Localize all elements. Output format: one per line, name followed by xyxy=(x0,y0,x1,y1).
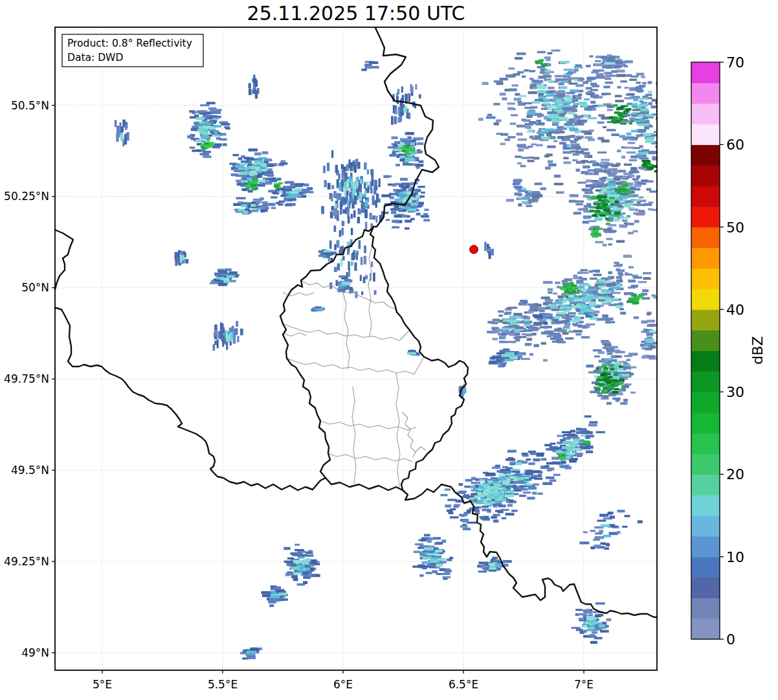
y-tick-3: 49.75°N xyxy=(4,372,49,385)
colorbar-unit-label: dBZ xyxy=(750,336,766,365)
cbar-tick-7: 70 xyxy=(726,54,744,71)
cbar-tick-6: 60 xyxy=(726,137,744,153)
x-tick-4: 7°E xyxy=(574,678,594,691)
colorbar xyxy=(691,62,720,640)
info-source: Data: DWD xyxy=(67,52,123,63)
cbar-tick-3: 30 xyxy=(726,384,744,400)
map-title: 25.11.2025 17:50 UTC xyxy=(247,2,465,25)
radar-site-marker xyxy=(470,245,478,254)
cbar-tick-2: 20 xyxy=(726,466,744,482)
y-tick-4: 49.5°N xyxy=(11,464,49,477)
cbar-tick-4: 40 xyxy=(726,302,744,318)
cbar-tick-1: 10 xyxy=(726,549,744,565)
cbar-tick-0: 0 xyxy=(726,631,735,648)
y-tick-6: 49°N xyxy=(21,646,49,659)
x-tick-3: 6.5°E xyxy=(449,678,478,691)
radar-map-svg: 25.11.2025 17:50 UTC Product: 0.8° Refle… xyxy=(0,0,778,700)
radar-figure: 25.11.2025 17:50 UTC Product: 0.8° Refle… xyxy=(0,0,778,700)
y-tick-1: 50.25°N xyxy=(4,190,49,203)
x-tick-1: 5.5°E xyxy=(208,678,238,691)
y-tick-2: 50°N xyxy=(21,281,49,294)
info-product: Product: 0.8° Reflectivity xyxy=(67,38,192,49)
colorbar-tick-marks xyxy=(720,62,724,639)
y-tick-5: 49.25°N xyxy=(4,555,49,568)
x-tick-0: 5°E xyxy=(93,678,112,691)
cbar-tick-5: 50 xyxy=(726,220,744,236)
x-tick-2: 6°E xyxy=(333,678,353,691)
y-tick-0: 50.5°N xyxy=(11,99,49,112)
